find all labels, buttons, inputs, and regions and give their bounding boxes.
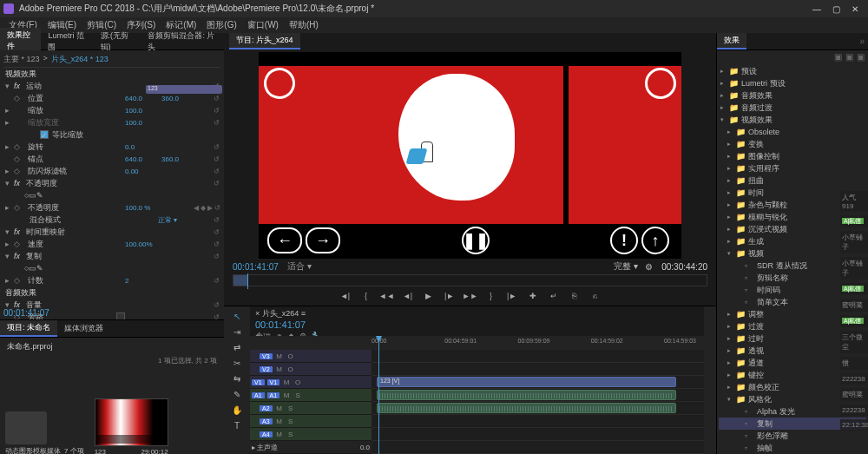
transport-button[interactable]: {: [360, 290, 372, 302]
timeline-sequence-tab[interactable]: × 片头_x264 ≡: [255, 308, 306, 319]
track-solo-button[interactable]: O: [293, 378, 302, 386]
track-select-tool[interactable]: ⇥: [231, 326, 243, 338]
project-bin-icon[interactable]: [5, 411, 47, 444]
timeline-playhead[interactable]: [378, 336, 379, 454]
ec-timecode[interactable]: 00:01:41:07: [3, 308, 49, 318]
reset-icon[interactable]: ↺: [212, 276, 220, 285]
type-tool[interactable]: T: [231, 419, 243, 431]
transport-button[interactable]: ↵: [548, 290, 560, 302]
ec-property-row[interactable]: ◇锚点640.0360.0↺: [3, 153, 220, 165]
program-monitor-tab[interactable]: 节目: 片头_x264: [229, 33, 300, 49]
timeline-audio-clip[interactable]: [377, 390, 676, 400]
reset-icon[interactable]: ↺: [212, 240, 220, 248]
ec-property-row[interactable]: ✓等比缩放: [3, 128, 220, 141]
ec-property-row[interactable]: ▸◇旋转0.0↺: [3, 141, 220, 153]
track-header[interactable]: A3MS: [250, 415, 372, 428]
hand-tool[interactable]: ✋: [231, 404, 243, 416]
timeline-video-clip[interactable]: 123 [V]: [377, 377, 676, 387]
reset-icon[interactable]: ↺: [212, 142, 220, 151]
mask-pen-icon[interactable]: ✎: [36, 191, 43, 200]
reset-icon[interactable]: ↺: [212, 167, 220, 175]
effects-tree-item[interactable]: ▾📁视频效果: [719, 114, 866, 126]
ec-property-row[interactable]: ◇位置640.0360.0↺: [3, 92, 220, 104]
track-mute-button[interactable]: M: [275, 405, 284, 412]
transport-button[interactable]: ◄◄: [381, 290, 393, 302]
ec-property-row[interactable]: 混合模式正常 ▾↺: [3, 214, 220, 226]
track-solo-button[interactable]: S: [286, 405, 295, 412]
transport-button[interactable]: ►►: [464, 290, 477, 302]
ec-property-row[interactable]: ▾fx时间重映射↺: [3, 226, 220, 238]
program-resolution[interactable]: 完整: [614, 261, 631, 271]
track-solo-button[interactable]: S: [286, 431, 295, 438]
reset-icon[interactable]: ↺: [212, 252, 220, 260]
effects-tree-item[interactable]: ▸📁Obsolete: [719, 126, 866, 138]
project-tab[interactable]: 媒体浏览器: [57, 321, 110, 336]
close-button[interactable]: ✕: [851, 4, 859, 14]
ec-property-row[interactable]: ▸缩放宽度100.0↺: [3, 116, 220, 128]
mask-rect-icon[interactable]: ▭: [29, 191, 36, 200]
keyframe-clip-strip[interactable]: 123: [146, 85, 222, 94]
slip-tool[interactable]: ⇆: [231, 372, 243, 385]
track-header[interactable]: V1V1MO: [250, 376, 372, 389]
minimize-button[interactable]: —: [812, 4, 821, 14]
ec-property-row[interactable]: 音频效果: [3, 286, 220, 299]
effects-tree-item[interactable]: ▸📁实用程序: [719, 162, 866, 174]
project-clip-item[interactable]: 123 29:00:12: [95, 398, 168, 454]
ec-seq-clip[interactable]: 片头_x264 * 123: [51, 54, 108, 65]
reset-icon[interactable]: ↺: [212, 300, 220, 309]
reset-icon[interactable]: ↺: [212, 118, 220, 127]
ec-property-row[interactable]: ▸◇速度100.00%↺: [3, 238, 220, 250]
track-mute-button[interactable]: M: [275, 352, 284, 360]
track-solo-button[interactable]: S: [293, 391, 302, 399]
track-header[interactable]: V3MO: [250, 350, 372, 363]
ripple-edit-tool[interactable]: ⇄: [231, 341, 243, 353]
ec-property-row[interactable]: ▾fx复制↺: [3, 250, 220, 262]
reset-icon[interactable]: ↺: [214, 203, 220, 212]
menu-帮助(H)[interactable]: 帮助(H): [286, 19, 322, 31]
track-solo-button[interactable]: O: [286, 352, 295, 360]
program-playhead[interactable]: [247, 273, 248, 289]
fx-yuv-icon[interactable]: ▣: [857, 52, 865, 62]
track-header[interactable]: V2MO: [250, 363, 372, 376]
ec-property-row[interactable]: ○ ▭ ✎: [3, 189, 220, 201]
track-mute-button[interactable]: M: [275, 365, 284, 373]
effects-tree-item[interactable]: ▸📁Lumetri 预设: [719, 77, 866, 89]
master-track-header[interactable]: ▸ 主声道0.0: [250, 441, 372, 454]
transport-button[interactable]: |►: [506, 290, 518, 302]
program-scrubber[interactable]: [233, 274, 707, 286]
effects-tree-item[interactable]: ▸📁图像控制: [719, 150, 866, 162]
reset-icon[interactable]: ↺: [212, 179, 220, 188]
reset-icon[interactable]: ↺: [212, 94, 220, 102]
project-bin-label[interactable]: 动态图形模板媒体: [5, 446, 61, 454]
track-header[interactable]: A4MS: [250, 428, 372, 441]
selection-tool[interactable]: ↖: [231, 310, 243, 322]
razor-tool[interactable]: ✂: [231, 357, 243, 369]
ec-property-row[interactable]: ○ ▭ ✎: [3, 262, 220, 274]
mask-pen-icon[interactable]: ✎: [36, 264, 43, 273]
transport-button[interactable]: |►: [444, 290, 456, 302]
transport-button[interactable]: ▶: [423, 290, 435, 302]
transport-button[interactable]: ◄|: [402, 290, 414, 302]
reset-icon[interactable]: ↺: [212, 227, 220, 236]
reset-icon[interactable]: ↺: [212, 313, 220, 319]
mask-rect-icon[interactable]: ▭: [29, 264, 36, 273]
project-clip-name[interactable]: 123: [95, 448, 106, 454]
track-header[interactable]: A1A1MS: [250, 389, 372, 402]
transport-button[interactable]: ✚: [527, 290, 539, 302]
ec-property-row[interactable]: ▸◇计数2↺: [3, 274, 220, 286]
reset-icon[interactable]: ↺: [212, 155, 220, 163]
timeline-ruler[interactable]: 00:0000:04:59:0100:09:59:0900:14:59:0200…: [372, 336, 704, 350]
program-monitor-viewport[interactable]: ← → ❚❚ ! ↑: [259, 52, 681, 259]
transport-button[interactable]: }: [485, 290, 497, 302]
effects-tree-item[interactable]: ▫抽帧: [719, 442, 866, 454]
ec-property-row[interactable]: ▸缩放100.0↺: [3, 104, 220, 116]
reset-icon[interactable]: ↺: [212, 106, 220, 115]
track-mute-button[interactable]: M: [282, 391, 291, 399]
track-solo-button[interactable]: S: [286, 418, 295, 425]
maximize-button[interactable]: ▢: [832, 4, 840, 14]
track-header[interactable]: A2MS: [250, 402, 372, 415]
menu-窗口(W)[interactable]: 窗口(W): [244, 19, 282, 31]
effects-tree-item[interactable]: ▸📁音频过渡: [719, 102, 866, 114]
transport-button[interactable]: ⎘: [569, 290, 581, 302]
track-mute-button[interactable]: M: [275, 431, 284, 438]
